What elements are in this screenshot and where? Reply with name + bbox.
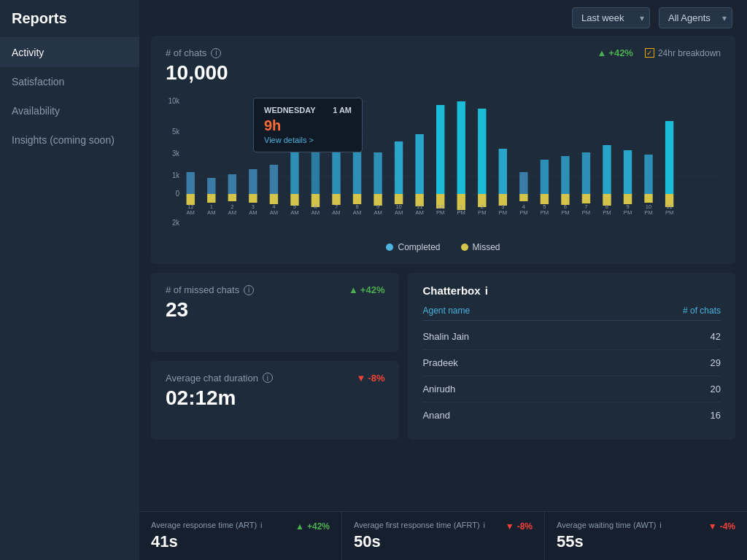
col-chats-label: # of chats [683, 306, 721, 316]
agent-count: 16 [711, 410, 721, 421]
bar-missed [228, 194, 236, 201]
chart-area: 10k 5k 3k 1k 0 2k [166, 90, 721, 236]
stat-art-row: Average response time (ART) i ▲ +42% [151, 521, 330, 532]
svg-text:AM: AM [249, 209, 257, 216]
missed-up-arrow-icon: ▲ [349, 284, 358, 295]
bar-completed [249, 169, 257, 194]
period-select[interactable]: Last week This week Last month [572, 7, 650, 28]
table-row: Anirudh 20 [422, 376, 721, 402]
table-row: Pradeek 29 [422, 350, 721, 376]
sidebar-item-activity[interactable]: Activity [0, 38, 139, 67]
bar-completed [207, 178, 215, 194]
stat-art-title: Average response time (ART) i [151, 521, 263, 529]
bar-completed [415, 134, 423, 194]
stat-afrt-title: Average first response time (AFRT) i [354, 521, 485, 529]
missed-chats-value: 23 [166, 298, 384, 322]
main-content: Last week This week Last month All Agent… [139, 0, 747, 560]
bottom-cards-row: # of missed chats i ▲ +42% 23 Av [151, 273, 735, 440]
bar-completed [644, 155, 652, 194]
agent-count: 29 [711, 357, 721, 368]
bar-missed [644, 194, 652, 203]
chatterbox-card: Chatterbox i Agent name # of chats Shali… [408, 273, 735, 440]
svg-text:PM: PM [603, 209, 611, 216]
stat-afrt-row: Average first response time (AFRT) i ▼ -… [354, 521, 533, 532]
legend-completed-dot [386, 244, 393, 251]
svg-text:PM: PM [561, 209, 569, 216]
bar-completed [290, 152, 298, 194]
tooltip-time: 1 AM [333, 106, 352, 114]
legend-completed: Completed [386, 242, 440, 252]
breakdown-checkbox[interactable] [645, 48, 654, 58]
svg-text:AM: AM [374, 209, 382, 216]
bar-completed [665, 121, 673, 194]
agents-select[interactable]: All Agents Agent 1 Agent 2 [659, 7, 732, 28]
awt-badge: ▼ -4% [708, 521, 735, 532]
avg-duration-info-icon[interactable]: i [263, 373, 273, 383]
missed-chats-info-icon[interactable]: i [244, 285, 254, 295]
sidebar-item-availability[interactable]: Availability [0, 96, 139, 125]
bar-completed [519, 172, 527, 194]
svg-text:PM: PM [519, 209, 527, 216]
bar-missed [519, 194, 527, 201]
breakdown-toggle[interactable]: 24hr breakdown [645, 48, 721, 58]
chatterbox-info-icon[interactable]: i [485, 284, 488, 297]
agent-name: Shalin Jain [422, 331, 469, 342]
legend-missed-dot [461, 244, 468, 251]
svg-text:AM: AM [415, 209, 423, 216]
stat-awt-title: Average waiting time (AWT) i [557, 521, 662, 529]
sidebar-item-insights[interactable]: Insights (coming soon) [0, 125, 139, 155]
sidebar-title: Reports [0, 0, 139, 38]
table-row: Anand 16 [422, 402, 721, 428]
svg-text:PM: PM [478, 209, 486, 216]
agent-count: 42 [711, 331, 721, 342]
afrt-down-arrow-icon: ▼ [506, 521, 514, 532]
svg-text:5k: 5k [172, 128, 179, 136]
bar-completed [353, 149, 361, 194]
afrt-badge: ▼ -8% [506, 521, 533, 532]
svg-text:10k: 10k [169, 97, 179, 105]
sidebar-item-satisfaction[interactable]: Satisfaction [0, 67, 139, 96]
bar-completed [624, 150, 632, 194]
bar-completed [436, 105, 444, 194]
agents-select-wrapper[interactable]: All Agents Agent 1 Agent 2 [659, 7, 732, 28]
art-up-arrow-icon: ▲ [295, 521, 304, 532]
svg-text:AM: AM [311, 209, 320, 216]
chart-card-header: # of chats i ▲ +42% 24hr breakdown [166, 47, 721, 58]
avg-duration-title: Average chat duration i [166, 373, 273, 384]
agent-name: Anand [422, 410, 450, 421]
col-agent-label: Agent name [422, 306, 470, 316]
svg-text:PM: PM [665, 209, 673, 216]
svg-text:3k: 3k [172, 149, 179, 158]
svg-text:AM: AM [228, 209, 236, 216]
missed-chats-badge: ▲ +42% [349, 284, 385, 295]
missed-chats-header: # of missed chats i ▲ +42% [166, 284, 384, 295]
svg-text:AM: AM [353, 209, 361, 216]
bar-completed [582, 152, 590, 194]
table-row: Shalin Jain 42 [422, 324, 721, 350]
chart-badge: ▲ +42% [597, 47, 633, 58]
awt-info-icon[interactable]: i [659, 521, 661, 529]
chatterbox-title: Chatterbox i [422, 284, 721, 297]
bar-completed [187, 172, 195, 194]
bar-completed [395, 141, 403, 194]
bar-completed [499, 149, 507, 194]
tooltip-header: WEDNESDAY 1 AM [264, 106, 352, 114]
svg-text:0: 0 [176, 190, 180, 198]
bar-chart: 10k 5k 3k 1k 0 2k [166, 90, 721, 236]
legend-missed: Missed [461, 242, 500, 252]
bar-missed [249, 194, 257, 203]
svg-text:PM: PM [541, 209, 549, 216]
svg-text:PM: PM [436, 209, 444, 216]
afrt-info-icon[interactable]: i [484, 521, 485, 529]
avg-duration-card: Average chat duration i ▼ -8% 02:12m [151, 361, 399, 440]
missed-chats-card: # of missed chats i ▲ +42% 23 [151, 273, 399, 352]
tooltip-link[interactable]: View details > [264, 136, 352, 144]
bar-missed [582, 194, 590, 203]
awt-value: 55s [557, 532, 735, 551]
period-select-wrapper[interactable]: Last week This week Last month [572, 7, 650, 28]
duration-down-arrow-icon: ▼ [356, 373, 365, 384]
chart-info-icon[interactable]: i [211, 48, 221, 58]
svg-text:AM: AM [332, 209, 340, 216]
left-stats-column: # of missed chats i ▲ +42% 23 Av [151, 273, 399, 440]
art-info-icon[interactable]: i [260, 521, 262, 529]
